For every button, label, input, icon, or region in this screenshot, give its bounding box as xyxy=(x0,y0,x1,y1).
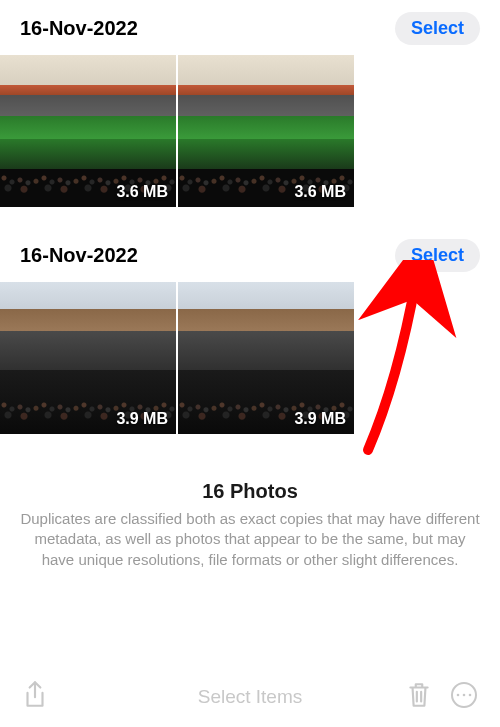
duplicate-group: 16-Nov-2022 Select 3.6 MB 3.6 MB xyxy=(0,0,500,207)
group-header: 16-Nov-2022 Select xyxy=(0,0,500,55)
bottom-toolbar: Select Items xyxy=(0,667,500,727)
photo-size-label: 3.9 MB xyxy=(116,410,168,428)
svg-point-1 xyxy=(457,694,460,697)
share-icon[interactable] xyxy=(22,680,48,714)
photo-row: 3.9 MB 3.9 MB xyxy=(0,282,500,434)
duplicates-description: Duplicates are classified both as exact … xyxy=(18,509,482,570)
photo-thumbnail[interactable]: 3.6 MB xyxy=(0,55,176,207)
photo-size-label: 3.6 MB xyxy=(116,183,168,201)
group-date: 16-Nov-2022 xyxy=(20,17,138,40)
select-button[interactable]: Select xyxy=(395,12,480,45)
svg-point-3 xyxy=(469,694,472,697)
photo-count-title: 16 Photos xyxy=(18,480,482,503)
duplicate-group: 16-Nov-2022 Select 3.9 MB 3.9 MB xyxy=(0,227,500,434)
photo-size-label: 3.6 MB xyxy=(294,183,346,201)
trash-icon[interactable] xyxy=(406,681,432,713)
photo-thumbnail[interactable]: 3.9 MB xyxy=(0,282,176,434)
photo-thumbnail[interactable]: 3.6 MB xyxy=(178,55,354,207)
select-items-button[interactable]: Select Items xyxy=(198,686,303,708)
photo-row: 3.6 MB 3.6 MB xyxy=(0,55,500,207)
summary-footer: 16 Photos Duplicates are classified both… xyxy=(0,454,500,580)
photo-size-label: 3.9 MB xyxy=(294,410,346,428)
group-date: 16-Nov-2022 xyxy=(20,244,138,267)
more-icon[interactable] xyxy=(450,681,478,713)
group-header: 16-Nov-2022 Select xyxy=(0,227,500,282)
select-button[interactable]: Select xyxy=(395,239,480,272)
photo-thumbnail[interactable]: 3.9 MB xyxy=(178,282,354,434)
svg-point-2 xyxy=(463,694,466,697)
